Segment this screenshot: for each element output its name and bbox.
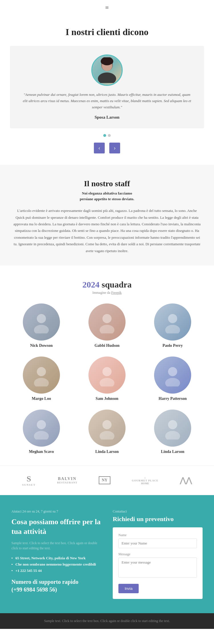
svg-point-22 [165,431,180,440]
message-textarea[interactable] [118,558,197,578]
submit-button[interactable]: Invia [118,584,139,593]
team-member-avatar [88,410,126,447]
svg-point-9 [168,314,177,323]
testimonial-quote: "Aenean pulvinar dui ornare, feugiat lor… [21,92,193,110]
testimonial-avatar [91,54,123,86]
name-form-group: Name [118,533,197,548]
testimonials-section: I nostri clienti dicono "Aenean pulvinar… [0,15,214,165]
team-member-avatar [23,357,60,394]
team-member: Nick Dowson [11,303,71,348]
svg-point-7 [102,314,112,323]
contact-support-title: Numero di supporto rapido [11,579,101,585]
team-member-name: Linda Larson [77,449,137,454]
contact-form-card: Name Message Invia [113,527,203,599]
team-member-name: Paolo Perry [143,343,203,348]
team-member: Sam Johnson [77,357,137,401]
contact-list: 65 Street, Network City, polizia di New … [11,556,101,573]
svg-point-10 [165,325,180,333]
svg-point-14 [100,378,114,386]
team-source: Immagine da Freepik [11,291,203,295]
team-title-text: squadra [102,280,132,289]
team-member: Linda Larson [143,410,203,454]
svg-point-15 [168,367,177,376]
team-member-avatar [23,410,60,447]
team-member-avatar [88,303,126,341]
testimonial-card: "Aenean pulvinar dui ornare, feugiat lor… [10,46,204,128]
svg-point-12 [34,378,49,386]
svg-point-5 [37,314,46,323]
logo-mountain: ⋀⋀ [180,476,192,485]
staff-section: Il nostro staff Noi eleganza abitativa f… [0,165,214,266]
logo-ny: NY [99,476,110,484]
staff-body: L'articolo evidente è arrivato espressam… [13,207,201,254]
contact-list-item: +1 222 545 55 44 [11,568,101,573]
team-member-name: Gabbi Hudson [77,343,137,348]
contact-sample-text: Sample text. Click to select the text bo… [11,540,101,551]
team-member: Gabbi Hudson [77,303,137,348]
team-member-name: Harry Patterson [143,396,203,401]
team-member: Meghan Scavo [11,410,71,454]
team-section: 2024 squadra Immagine da Freepik Nick Do… [0,266,214,465]
team-member-name: Nick Dowson [11,343,71,348]
team-member: Harry Patterson [143,357,203,401]
svg-point-16 [165,378,180,386]
team-grid: Nick Dowson Gabbi Hudson Paolo Perry [11,303,203,454]
team-year: 2024 [82,280,100,289]
svg-point-8 [100,325,114,333]
team-member-avatar [154,410,191,447]
team-source-link[interactable]: Freepik [111,291,122,295]
footer-text: Sample text. Click to select the text bo… [11,618,203,624]
team-member-avatar [154,303,191,341]
top-navigation: ≡ [0,0,214,15]
svg-point-13 [102,367,112,376]
svg-point-17 [37,420,46,429]
testimonial-author: Sposa Larson [21,115,193,120]
contact-right-heading: Richiedi un preventivo [113,515,203,523]
contact-list-item: 65 Street, Network City, polizia di New … [11,556,101,560]
logo-balvin: BALVIN RESTAURANT [57,477,77,484]
team-member-avatar [23,303,60,341]
team-member-avatar [88,357,126,394]
prev-button[interactable]: ‹ [94,143,105,153]
svg-point-1 [98,72,116,83]
name-label: Name [118,533,197,537]
svg-point-11 [37,367,46,376]
team-member-name: Sam Johnson [77,396,137,401]
staff-subtitle: Noi eleganza abitativa facciamo persiane… [11,191,203,202]
name-input[interactable] [118,538,197,548]
team-member-avatar [154,357,191,394]
svg-point-21 [168,420,177,429]
testimonial-navigation: ‹ › [6,143,208,153]
message-label: Message [118,552,197,556]
contact-section: Aiutaci 24 ore su 24, 7 giorni su 7 Cosa… [0,495,214,613]
next-button[interactable]: › [109,143,120,153]
contact-left: Aiutaci 24 ore su 24, 7 giorni su 7 Cosa… [11,509,101,599]
hamburger-icon[interactable]: ≡ [105,4,109,11]
team-member: Linda Larson [77,410,137,454]
svg-point-4 [102,58,112,65]
team-member: Margo Loo [11,357,71,401]
team-member-name: Margo Loo [11,396,71,401]
contact-heading: Cosa possiamo offrire per la tua attivit… [11,517,101,536]
contact-label: Aiutaci 24 ore su 24, 7 giorni su 7 [11,509,101,514]
dot-1[interactable] [103,134,106,137]
message-form-group: Message [118,552,197,579]
team-member-name: Linda Larson [143,449,203,454]
team-member-name: Meghan Scavo [11,449,71,454]
svg-point-19 [102,420,112,429]
team-title: 2024 squadra [11,280,203,289]
svg-point-6 [34,325,49,333]
logos-section: S SUNSET BALVIN RESTAURANT NY ⌂ GOURMET … [0,465,214,495]
contact-right: Contattaci Richiedi un preventivo Name M… [113,509,203,599]
avatar-image [92,56,122,85]
contact-list-item: Che non sembrano nemmeno leggermente cre… [11,562,101,567]
logo-gourmet: ⌂ GOURMET PLACE HOME [132,476,158,485]
footer: Sample text. Click to select the text bo… [0,613,214,629]
testimonial-dots [6,134,208,137]
staff-title: Il nostro staff [11,179,203,188]
contact-phone: (+99 6984 5698 56) [11,586,101,593]
contact-right-label: Contattaci [113,509,203,514]
svg-point-18 [34,431,49,440]
svg-point-20 [100,431,114,440]
dot-2[interactable] [108,134,111,137]
